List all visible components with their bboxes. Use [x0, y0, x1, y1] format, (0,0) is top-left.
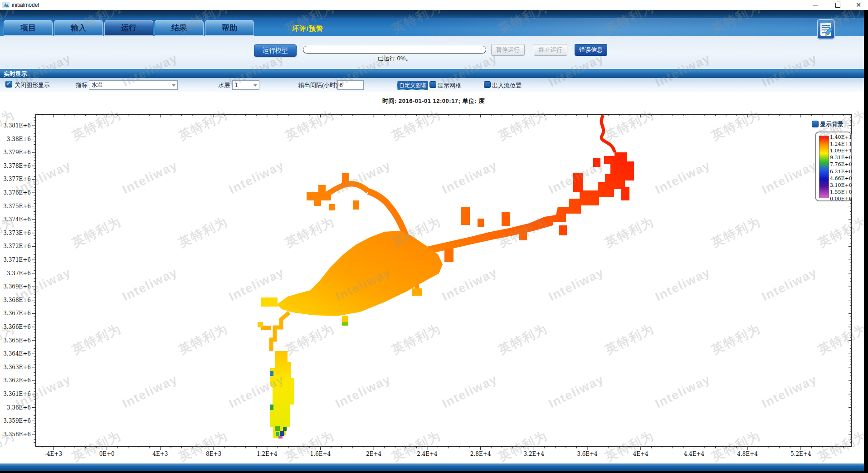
indicator-value: 水温 [92, 81, 102, 89]
x-tick-label: 2E+4 [366, 451, 381, 457]
legend-value: 6.21E+0 [830, 168, 852, 175]
run-model-button[interactable]: 运行模型 [254, 44, 297, 57]
colorbar-gradient [819, 136, 829, 198]
interval-input[interactable] [337, 80, 364, 90]
menu-tabs: 项目输入运行结果帮助 [4, 20, 254, 36]
error-info-button[interactable]: 错误信息 [575, 44, 607, 56]
tab-env-warning[interactable]: 环评/预警 [292, 24, 323, 33]
map-cell [478, 219, 484, 227]
tab-2[interactable]: 输入 [54, 20, 103, 36]
y-tick-label: 3.362E+6 [3, 377, 31, 384]
map-cell [502, 212, 510, 226]
y-tick-label: 3.363E+6 [3, 364, 31, 371]
show-background-checkbox[interactable] [812, 121, 819, 127]
legend-value: 0.00E+0 [830, 195, 852, 202]
legend-value: 1.24E+1 [830, 141, 852, 147]
map-cell [278, 436, 283, 439]
x-tick-label: 5.2E+4 [790, 451, 811, 457]
y-tick-label: 3.38E+6 [7, 136, 31, 142]
map-cell [276, 432, 279, 436]
middle-channel [415, 217, 553, 257]
chevron-down-icon [172, 84, 176, 87]
tab-1[interactable]: 项目 [4, 20, 53, 36]
x-tick-label: 4E+4 [633, 451, 649, 457]
show-background-label: 显示背景 [820, 120, 844, 128]
map-cell [270, 405, 273, 410]
map-cell [519, 228, 527, 240]
map-cell [342, 316, 348, 323]
x-tick-label: -4E+3 [45, 451, 62, 457]
map-cell [307, 185, 331, 206]
plot-border [36, 115, 852, 447]
map-cell [621, 187, 629, 200]
legend-value: 3.10E+0 [830, 182, 852, 189]
northeast-reach [545, 152, 634, 225]
map-cell [329, 204, 335, 210]
x-tick-label: 4.8E+4 [737, 451, 758, 457]
legend-value: 9.31E+0 [830, 154, 852, 161]
main-menu-bar: 项目输入运行结果帮助 [0, 18, 864, 37]
title-bar: initialmodel ✕ [0, 0, 868, 10]
close-graphic-checkbox[interactable] [5, 81, 12, 88]
map-cell [461, 207, 470, 225]
window-edge-bottom [0, 471, 868, 473]
legend-value: 7.76E+0 [830, 161, 852, 168]
y-tick-label: 3.36E+6 [7, 405, 31, 411]
y-tick-label: 3.372E+6 [3, 243, 31, 249]
show-grid-checkbox[interactable] [429, 81, 436, 88]
minimize-icon [813, 5, 818, 5]
map-cell [342, 173, 349, 186]
pause-run-button[interactable]: 暂停运行 [491, 44, 525, 56]
show-grid-label: 显示网格 [438, 82, 461, 90]
legend-value: 1.40E+1 [830, 134, 852, 141]
map-cell [270, 371, 273, 376]
close-button[interactable]: ✕ [852, 0, 865, 10]
axes: -4E+30E+04E+38E+31.2E+41.6E+42E+42.4E+42… [3, 114, 852, 457]
realtime-section-header: 实时显示 [0, 69, 864, 78]
tab-5[interactable]: 帮助 [205, 20, 254, 36]
x-tick-label: 3.6E+4 [577, 451, 598, 457]
lake-body [277, 231, 443, 316]
minimize-button[interactable] [808, 0, 822, 10]
stop-run-button[interactable]: 终止运行 [534, 44, 567, 56]
y-tick-label: 3.37E+6 [7, 270, 31, 277]
indicator-select[interactable]: 水温 [89, 80, 178, 90]
header-accent-band [0, 10, 864, 18]
close-icon: ✕ [856, 2, 861, 8]
y-tick-label: 3.374E+6 [3, 216, 31, 223]
x-tick-label: 0E+0 [99, 451, 115, 457]
inout-flow-checkbox[interactable] [484, 81, 491, 88]
map-cell [412, 288, 422, 296]
window-title: initialmodel [12, 2, 39, 8]
maximize-button[interactable] [831, 0, 844, 10]
tab-3[interactable]: 运行 [104, 20, 153, 36]
x-tick-label: 3.2E+4 [524, 451, 545, 457]
map-cell [280, 431, 284, 436]
y-tick-label: 3.379E+6 [3, 149, 31, 156]
run-toolbar: 运行模型 已运行 0%。 暂停运行 终止运行 错误信息 [0, 36, 864, 69]
time-caption: 时间: 2016-01-01 12:00:17; 单位: 度 [382, 97, 485, 105]
y-tick-label: 3.367E+6 [3, 310, 31, 317]
custom-palette-button[interactable]: 自定义图谱 [397, 81, 428, 90]
map-cell [342, 322, 348, 326]
tab-4[interactable]: 结果 [155, 20, 204, 36]
y-tick-label: 3.378E+6 [3, 163, 31, 169]
x-tick-label: 2.4E+4 [417, 451, 438, 457]
y-tick-label: 3.377E+6 [3, 176, 31, 182]
southwest-strip [270, 351, 294, 438]
y-tick-label: 3.375E+6 [3, 203, 31, 210]
interval-label: 输出间隔(小时) [298, 81, 338, 89]
y-tick-label: 3.366E+6 [3, 324, 31, 330]
layer-select[interactable]: 1 [232, 80, 259, 90]
map-cell [573, 173, 583, 192]
map-cell [353, 200, 359, 210]
water-body-map [258, 115, 634, 439]
y-tick-label: 3.376E+6 [3, 190, 31, 196]
close-graphic-label: 关闭图形显示 [15, 81, 50, 89]
southwest-channel [271, 312, 289, 351]
status-footer [0, 463, 864, 471]
y-tick-label: 3.364E+6 [3, 351, 31, 357]
chart-area: 时间: 2016-01-01 12:00:17; 单位: 度 [0, 92, 864, 463]
note-edit-icon[interactable] [817, 20, 834, 39]
inout-flow-label: 出入流位置 [492, 82, 522, 90]
